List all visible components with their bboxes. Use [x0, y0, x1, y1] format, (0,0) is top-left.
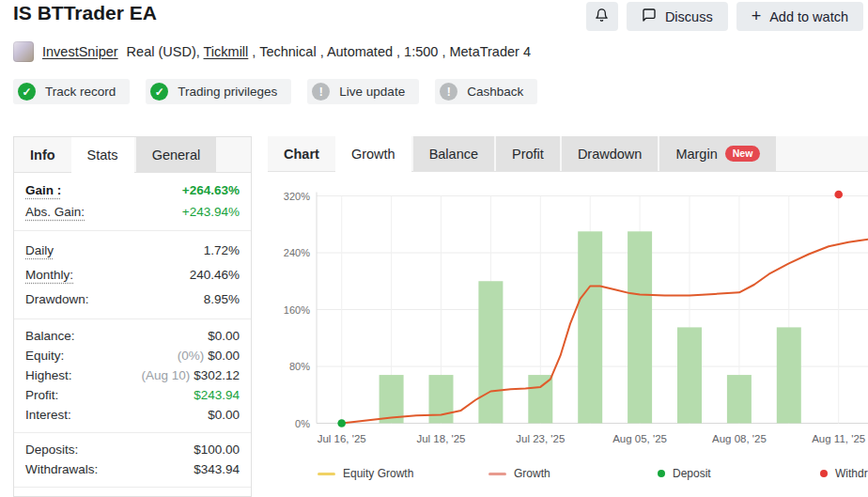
equity-growth-swatch: [318, 473, 335, 475]
stat-value: 8.95%: [204, 292, 240, 306]
tab-margin-label: Margin: [675, 147, 717, 162]
stat-label: Withdrawals:: [25, 462, 98, 476]
svg-text:Jul 16, '25: Jul 16, '25: [318, 433, 366, 444]
stat-label: Monthly:: [25, 268, 73, 282]
badge-trading-privileges: ✓ Trading privileges: [146, 79, 291, 104]
account-details: Real (USD), Tickmill , Technical , Autom…: [127, 44, 531, 59]
chart-tabs: Chart Growth Balance Profit Drawdown Mar…: [268, 136, 868, 172]
page: IS BTTrader EA Discuss + Add to watch In…: [0, 0, 868, 497]
account-attrs: , Technical , Automated , 1:500 , MetaTr…: [248, 44, 531, 59]
account-type: Real (USD),: [127, 44, 204, 59]
tab-balance[interactable]: Balance: [413, 136, 494, 171]
stat-value: $0.00: [208, 329, 240, 343]
stats-card: Info Stats General Gain : +264.63% Abs. …: [13, 136, 252, 497]
stat-label: Daily: [25, 243, 54, 257]
badge-label: Trading privileges: [178, 85, 277, 99]
legend-withdrawal[interactable]: Withdrawal: [820, 467, 868, 480]
stat-value: $343.94: [194, 462, 240, 476]
legend-deposit[interactable]: Deposit: [658, 467, 711, 480]
notifications-button[interactable]: [586, 2, 618, 31]
svg-text:0%: 0%: [295, 418, 310, 429]
svg-text:Aug 05, '25: Aug 05, '25: [612, 433, 667, 444]
legend-label: Equity Growth: [343, 467, 413, 480]
stat-row-daily: Daily 1.72%: [25, 238, 240, 262]
tab-chart[interactable]: Chart: [268, 136, 335, 171]
svg-text:Aug 08, '25: Aug 08, '25: [712, 433, 767, 444]
stat-label: Interest:: [25, 408, 71, 422]
badge-label: Track record: [45, 85, 116, 99]
tab-stats[interactable]: Stats: [71, 137, 134, 172]
add-to-watch-label: Add to watch: [769, 9, 848, 24]
legend-label: Growth: [514, 467, 550, 480]
stat-value: $0.00: [208, 408, 240, 422]
tab-info[interactable]: Info: [14, 137, 71, 172]
svg-text:320%: 320%: [284, 191, 310, 202]
stat-row-profit: Profit: $243.94: [25, 385, 240, 405]
growth-chart-svg: 0%80%160%240%320%Jul 16, '25Jul 18, '25J…: [268, 172, 868, 454]
ratio-group: Daily 1.72% Monthly: 240.46% Drawdown: 8…: [14, 231, 251, 319]
badge-label: Live update: [339, 85, 405, 99]
stat-row-highest: Highest: (Aug 10)$302.12: [25, 365, 240, 385]
stat-label: Profit:: [25, 388, 58, 402]
growth-chart: 0%80%160%240%320%Jul 16, '25Jul 18, '25J…: [268, 172, 868, 497]
owner-link[interactable]: InvestSniper: [42, 44, 118, 59]
svg-text:160%: 160%: [284, 304, 310, 316]
discuss-button[interactable]: Discuss: [627, 2, 728, 31]
gain-group: Gain : +264.63% Abs. Gain: +243.94%: [14, 173, 251, 231]
stat-value-prefix: (Aug 10): [141, 368, 190, 382]
badge-cashback: ! Cashback: [435, 79, 537, 104]
broker-link[interactable]: Tickmill: [204, 44, 249, 59]
plus-icon: +: [752, 8, 762, 24]
stat-row-deposits: Deposits: $100.00: [25, 440, 240, 459]
svg-text:80%: 80%: [289, 361, 310, 372]
tab-growth[interactable]: Growth: [335, 136, 411, 171]
tab-margin[interactable]: Margin New: [659, 136, 776, 171]
legend-growth[interactable]: Growth: [488, 467, 550, 480]
tab-general[interactable]: General: [136, 137, 217, 172]
stat-value: +243.94%: [182, 205, 240, 219]
add-to-watch-button[interactable]: + Add to watch: [736, 2, 863, 31]
stat-value-main: $302.12: [194, 368, 240, 382]
stat-row-abs-gain: Abs. Gain: +243.94%: [25, 201, 240, 223]
page-title: IS BTTrader EA: [13, 2, 157, 24]
discuss-label: Discuss: [665, 9, 713, 24]
stat-value: $243.94: [194, 388, 240, 402]
svg-text:240%: 240%: [284, 247, 310, 258]
stat-value: $100.00: [194, 443, 240, 457]
stat-row-equity: Equity: (0%)$0.00: [25, 346, 240, 365]
stats-tabs: Info Stats General: [14, 137, 251, 173]
stat-value: 240.46%: [190, 268, 240, 282]
stat-value: 1.72%: [204, 243, 240, 257]
chart-card: Chart Growth Balance Profit Drawdown Mar…: [268, 136, 868, 497]
cashflow-group: Deposits: $100.00 Withdrawals: $343.94: [14, 433, 251, 488]
exclamation-icon: !: [312, 83, 330, 101]
bell-icon: [595, 8, 609, 25]
check-icon: ✓: [150, 83, 168, 101]
stat-label: Equity:: [25, 349, 64, 363]
stat-label: Highest:: [25, 368, 72, 382]
badge-label: Cashback: [467, 85, 523, 99]
growth-swatch: [488, 473, 506, 475]
badge-track-record: ✓ Track record: [13, 79, 130, 104]
stat-row-gain: Gain : +264.63%: [25, 179, 240, 201]
legend-equity-growth[interactable]: Equity Growth: [318, 467, 413, 480]
account-row: InvestSniper Real (USD), Tickmill , Tech…: [13, 41, 531, 62]
stat-row-monthly: Monthly: 240.46%: [25, 262, 240, 287]
stat-value-main: $0.00: [208, 349, 240, 363]
tab-profit[interactable]: Profit: [496, 136, 560, 171]
stat-label: Drawdown:: [25, 292, 89, 306]
new-badge: New: [725, 146, 761, 162]
avatar[interactable]: [13, 41, 34, 62]
tab-drawdown[interactable]: Drawdown: [562, 136, 659, 171]
stat-value: +264.63%: [182, 183, 240, 197]
badge-live-update: ! Live update: [307, 79, 419, 104]
legend-label: Withdrawal: [835, 467, 868, 480]
svg-text:Jul 23, '25: Jul 23, '25: [516, 433, 565, 444]
updated-group: Updated Aug 17 at 03:03: [14, 488, 251, 497]
stat-label: Deposits:: [25, 443, 78, 457]
chart-legend: Equity Growth Growth Deposit Withdrawal: [268, 467, 868, 486]
balance-group: Balance: $0.00 Equity: (0%)$0.00 Highest…: [14, 319, 251, 433]
stat-value: (Aug 10)$302.12: [141, 368, 240, 382]
svg-text:Jul 18, '25: Jul 18, '25: [416, 433, 465, 444]
verification-badges: ✓ Track record ✓ Trading privileges ! Li…: [13, 79, 537, 104]
